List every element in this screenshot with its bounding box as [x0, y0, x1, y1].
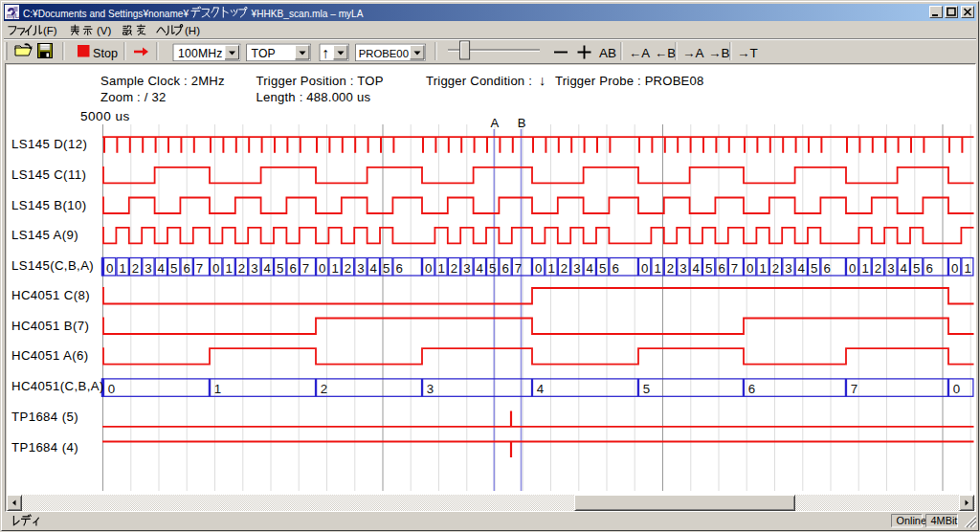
svg-text:0: 0	[108, 382, 115, 396]
svg-text:¥HHKB_scan.mla – myLA: ¥HHKB_scan.mla – myLA	[251, 8, 364, 19]
svg-text:2: 2	[321, 382, 327, 396]
svg-text:0: 0	[425, 261, 432, 276]
svg-text:Sample Clock : 2MHz: Sample Clock : 2MHz	[100, 74, 225, 88]
svg-text:1: 1	[119, 261, 125, 276]
svg-text:5: 5	[705, 261, 712, 276]
svg-text:6: 6	[612, 261, 618, 276]
svg-text:LS145 A(9): LS145 A(9)	[11, 228, 78, 242]
svg-text:→A: →A	[682, 46, 704, 60]
svg-text:TOP: TOP	[252, 47, 276, 60]
svg-text:1: 1	[331, 261, 338, 276]
svg-text:AB: AB	[599, 46, 616, 60]
svg-text:4MBit: 4MBit	[931, 515, 958, 526]
svg-text:myLA: myLA	[7, 12, 20, 20]
svg-text:2: 2	[132, 261, 139, 276]
svg-text:7: 7	[731, 261, 738, 276]
svg-text:←B: ←B	[655, 46, 676, 60]
svg-text:LS145 C(11): LS145 C(11)	[11, 167, 86, 182]
svg-text:LS145 B(10): LS145 B(10)	[11, 198, 86, 212]
svg-text:4: 4	[537, 382, 544, 396]
svg-text:TP1684 (5): TP1684 (5)	[11, 410, 78, 424]
svg-text:7: 7	[515, 261, 522, 276]
svg-text:3: 3	[679, 261, 686, 276]
svg-text:4: 4	[901, 261, 907, 276]
svg-text:3: 3	[251, 261, 257, 276]
svg-text:5: 5	[383, 261, 390, 276]
svg-text:1: 1	[225, 261, 232, 276]
svg-text:3: 3	[785, 261, 791, 276]
svg-text:A: A	[491, 116, 500, 130]
svg-text:LS145 D(12): LS145 D(12)	[11, 137, 87, 151]
svg-text:4: 4	[158, 261, 165, 276]
svg-text:↓: ↓	[539, 73, 546, 88]
svg-text:0: 0	[746, 261, 753, 276]
svg-text:2: 2	[238, 261, 245, 276]
svg-text:0: 0	[849, 261, 856, 276]
svg-text:TP1684 (4): TP1684 (4)	[11, 440, 78, 454]
svg-text:5000 us: 5000 us	[80, 109, 130, 123]
svg-text:Length : 488.000 us: Length : 488.000 us	[256, 90, 371, 104]
svg-text:1: 1	[547, 261, 554, 276]
svg-text:2: 2	[561, 261, 568, 276]
svg-text:3: 3	[463, 261, 470, 276]
svg-text:Trigger Position : TOP: Trigger Position : TOP	[256, 74, 384, 88]
svg-text:7: 7	[302, 261, 309, 276]
svg-text:1: 1	[861, 261, 868, 276]
svg-text:1: 1	[437, 261, 444, 276]
svg-text:6: 6	[925, 261, 932, 276]
svg-text:1: 1	[964, 261, 970, 276]
svg-text:HC4051(C,B,A): HC4051(C,B,A)	[11, 379, 104, 393]
svg-text:1: 1	[214, 382, 221, 396]
svg-text:6: 6	[823, 261, 830, 276]
svg-text:3: 3	[145, 261, 151, 276]
svg-text:2: 2	[875, 261, 881, 276]
svg-text:6: 6	[748, 382, 755, 396]
svg-text:LS145(C,B,A): LS145(C,B,A)	[11, 258, 94, 273]
svg-text:(V): (V)	[97, 25, 112, 36]
svg-text:2: 2	[667, 261, 674, 276]
svg-text:6: 6	[395, 261, 402, 276]
svg-text:2: 2	[772, 261, 779, 276]
svg-text:5: 5	[643, 382, 650, 396]
svg-text:1: 1	[759, 261, 766, 276]
svg-text:3: 3	[887, 261, 894, 276]
svg-text:1: 1	[654, 261, 660, 276]
svg-text:→B: →B	[708, 46, 730, 60]
svg-text:→T: →T	[737, 46, 758, 60]
svg-text:6: 6	[718, 261, 724, 276]
svg-text:0: 0	[641, 261, 648, 276]
svg-text:100MHz: 100MHz	[178, 47, 223, 60]
svg-text:5: 5	[913, 261, 920, 276]
svg-text:5: 5	[811, 261, 817, 276]
svg-text:2: 2	[451, 261, 457, 276]
svg-text:(F): (F)	[43, 25, 57, 36]
svg-text:PROBE00: PROBE00	[359, 48, 409, 59]
svg-text:6: 6	[183, 261, 189, 276]
svg-text:←A: ←A	[629, 46, 650, 60]
svg-text:3: 3	[573, 261, 580, 276]
svg-text:Trigger Probe : PROBE08: Trigger Probe : PROBE08	[555, 74, 704, 88]
svg-text:4: 4	[798, 261, 805, 276]
svg-text:0: 0	[319, 261, 325, 276]
svg-text:(H): (H)	[185, 25, 200, 36]
svg-text:HC4051 C(8): HC4051 C(8)	[11, 288, 90, 302]
svg-text:HC4051 A(6): HC4051 A(6)	[11, 348, 89, 363]
svg-text:7: 7	[196, 261, 203, 276]
svg-text:3: 3	[427, 382, 434, 396]
svg-text:Online: Online	[897, 515, 926, 526]
svg-text:4: 4	[693, 261, 700, 276]
svg-text:C:¥Documents and Settings¥nona: C:¥Documents and Settings¥noname¥	[23, 8, 189, 19]
svg-text:4: 4	[477, 261, 483, 276]
svg-text:0: 0	[106, 261, 113, 276]
svg-text:Trigger Condition :: Trigger Condition :	[426, 74, 532, 88]
svg-text:0: 0	[212, 261, 219, 276]
svg-text:6: 6	[501, 261, 508, 276]
svg-text:0: 0	[953, 382, 960, 396]
svg-text:3: 3	[357, 261, 364, 276]
svg-text:0: 0	[535, 261, 542, 276]
svg-text:5: 5	[489, 261, 496, 276]
svg-text:6: 6	[289, 261, 296, 276]
svg-text:HC4051 B(7): HC4051 B(7)	[11, 319, 89, 333]
svg-text:0: 0	[951, 261, 958, 276]
svg-text:2: 2	[345, 261, 351, 276]
